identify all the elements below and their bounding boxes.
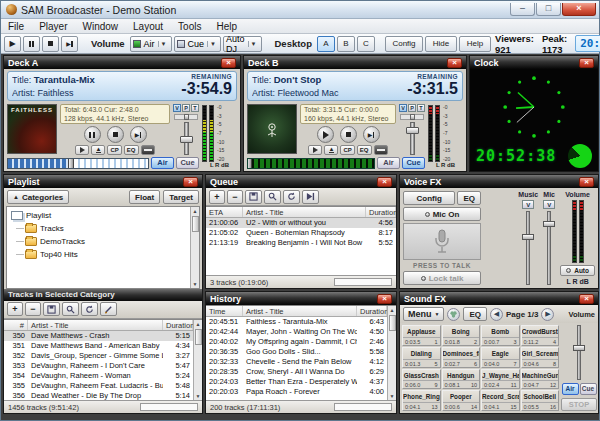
cue-dropdown[interactable]: Cue ▼	[174, 36, 221, 52]
seek-handle[interactable]	[247, 158, 252, 169]
music-v-button[interactable]: V	[522, 200, 534, 209]
pitch-handle[interactable]	[410, 114, 415, 120]
scroll-down-icon[interactable]: ▼	[196, 392, 201, 400]
vpt-button[interactable]: T	[417, 104, 425, 112]
deck-volume-slider[interactable]	[184, 122, 189, 155]
pitch-slider[interactable]	[174, 114, 198, 120]
play-button[interactable]	[317, 126, 334, 143]
seek-bar[interactable]	[7, 158, 149, 169]
scroll-down-icon[interactable]: ▼	[193, 280, 198, 288]
options-button[interactable]	[141, 145, 155, 155]
close-icon[interactable]: ×	[221, 58, 236, 68]
track-row[interactable]: 352Davis_Group, Spencer - Gimme Some Lo.…	[4, 351, 193, 361]
item[interactable]: DemoTracks	[11, 235, 190, 248]
item[interactable]: Tracks	[11, 222, 190, 235]
auto-button[interactable]: Auto	[560, 265, 595, 276]
item[interactable]: J_Wayne_Habit0:02.411	[481, 369, 520, 390]
remove-button[interactable]: −	[25, 302, 41, 316]
edit-button[interactable]	[100, 302, 117, 316]
play-next-button[interactable]	[302, 190, 319, 204]
save-button[interactable]	[43, 302, 60, 316]
stop-button[interactable]: STOP	[561, 398, 597, 411]
column-header[interactable]: Artist - Title	[28, 320, 163, 330]
desktop-button[interactable]: A	[317, 36, 335, 52]
desktop-button[interactable]: B	[337, 36, 355, 52]
close-icon[interactable]: ×	[183, 177, 198, 187]
menu-item[interactable]: Window	[82, 21, 118, 32]
menu-item[interactable]: File	[8, 21, 24, 32]
air-button[interactable]: Air	[151, 157, 174, 169]
auto-dj-button[interactable]: Auto DJ ▼	[223, 36, 261, 52]
pause-button[interactable]	[84, 126, 101, 143]
stop-button[interactable]	[107, 126, 124, 143]
item[interactable]: Dialing0:01.35	[402, 347, 441, 368]
play-button[interactable]: ▶	[4, 36, 21, 52]
fade-button[interactable]	[75, 145, 89, 155]
item[interactable]: Bomb0:00.73	[481, 325, 520, 346]
pause-button[interactable]	[23, 36, 40, 52]
air-dropdown[interactable]: Air ▼	[130, 36, 172, 52]
vpt-button[interactable]: P	[182, 104, 190, 112]
history-row[interactable]: 20:40:02My Offspring again - Dammit, I C…	[206, 337, 387, 347]
lock-talk-button[interactable]: Lock talk	[403, 271, 481, 285]
close-icon[interactable]: ×	[579, 58, 594, 68]
track-row[interactable]: 354DeVaughn, Raheem - Woman5:24	[4, 371, 193, 381]
close-icon[interactable]: ×	[377, 177, 392, 187]
queue-row[interactable]: 21:13:19Breaking Benjamin - I Will Not B…	[206, 238, 396, 248]
item[interactable]: Handgun0:08.110	[442, 369, 481, 390]
vpt-button[interactable]: P	[408, 104, 416, 112]
stop-button[interactable]	[340, 126, 357, 143]
close-icon[interactable]: ×	[579, 177, 594, 187]
item[interactable]: Dominoes_fall0:02.76	[442, 347, 481, 368]
column-header[interactable]: Artist - Title	[243, 306, 357, 316]
column-header[interactable]: Artist - Title	[243, 207, 366, 217]
seek-handle[interactable]	[68, 158, 74, 169]
item[interactable]: Girl_Scream0:04.68	[521, 347, 560, 368]
track-row[interactable]: 350Dave Matthews - Crash5:15	[4, 331, 193, 341]
eq-button[interactable]: EQ	[463, 307, 487, 321]
menu-item[interactable]: Player	[39, 21, 67, 32]
column-header[interactable]: Time	[206, 306, 243, 316]
desktop-button[interactable]: C	[357, 36, 375, 52]
refresh-button[interactable]	[283, 190, 300, 204]
eject-button[interactable]: ▲	[91, 145, 105, 155]
remove-button[interactable]: −	[227, 190, 243, 204]
scroll-up-icon[interactable]: ▲	[196, 320, 201, 328]
eq-button[interactable]: EQ	[124, 145, 139, 155]
item[interactable]: Applause0:03.51	[402, 325, 441, 346]
scroll-thumb[interactable]	[192, 216, 199, 232]
track-row[interactable]: 355DeVaughn, Raheem Feat. Ludacris - Bul…	[4, 381, 193, 391]
next-button[interactable]: ▶	[130, 126, 147, 143]
page-prev-button[interactable]: ◀	[490, 308, 503, 321]
add-button[interactable]: +	[7, 302, 23, 316]
history-row[interactable]: 20:42:44Mayer, John - Waiting On The Wor…	[206, 327, 387, 337]
track-row[interactable]: 351Dave Matthews Band - American Baby4:3…	[4, 341, 193, 351]
config-button[interactable]: Config	[403, 191, 455, 205]
air-button[interactable]: Air	[562, 383, 579, 395]
history-row[interactable]: 20:28:35Crow, Sheryl - All I Wanna Do6:2…	[206, 367, 387, 377]
scroll-thumb[interactable]	[389, 315, 396, 331]
mic-volume-slider[interactable]	[547, 211, 551, 285]
menu-item[interactable]: Tools	[178, 21, 201, 32]
config-button[interactable]: Config	[385, 36, 423, 52]
item[interactable]: MachineGunShot0:04.712	[521, 369, 560, 390]
item[interactable]: CrowdBurst0:11.24	[521, 325, 560, 346]
slider-handle[interactable]	[573, 345, 585, 351]
soundfx-volume-slider[interactable]	[577, 325, 581, 380]
item[interactable]: Phone_Ring0:04.113	[402, 390, 441, 411]
scroll-down-icon[interactable]: ▼	[390, 392, 395, 400]
search-button[interactable]	[62, 302, 79, 316]
queue-row[interactable]: 21:05:02Queen - Bohemian Rhapsody8:17	[206, 228, 396, 238]
search-button[interactable]	[264, 190, 281, 204]
hide-button[interactable]: Hide	[425, 36, 457, 52]
help-button[interactable]: Help	[459, 36, 491, 52]
item[interactable]: Eagle0:04.07	[481, 347, 520, 368]
column-header[interactable]: #	[4, 320, 28, 330]
track-row[interactable]: 356Dead Weather - Die By The Drop5:14	[4, 391, 193, 401]
scroll-up-icon[interactable]: ▲	[193, 207, 198, 215]
item[interactable]: SchoolBell0:05.516	[521, 390, 560, 411]
scroll-up-icon[interactable]: ▲	[390, 306, 395, 314]
column-header[interactable]: Duration	[357, 306, 387, 316]
deck-volume-slider[interactable]	[410, 122, 415, 155]
scrollbar[interactable]: ▲▼	[193, 320, 202, 401]
